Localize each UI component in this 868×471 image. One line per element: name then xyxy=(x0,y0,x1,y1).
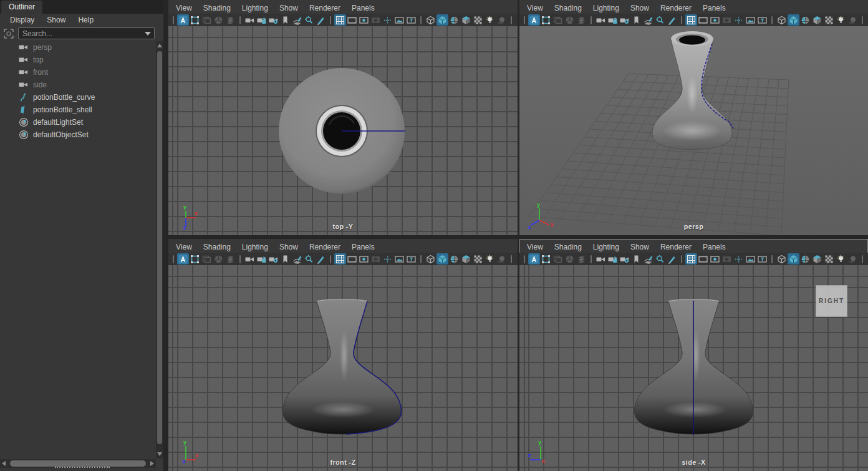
camera-gear-icon[interactable] xyxy=(619,253,630,265)
wireframe-on-shaded-icon[interactable] xyxy=(799,253,811,265)
viewport-menu-view[interactable]: View xyxy=(522,243,548,251)
camera-gear-icon[interactable] xyxy=(268,14,279,26)
search-input[interactable] xyxy=(19,29,145,38)
grid-icon[interactable] xyxy=(334,253,346,265)
camera-gear-icon[interactable] xyxy=(619,14,630,26)
wireframe-cube-icon[interactable] xyxy=(776,253,788,265)
pan-zoom-icon[interactable] xyxy=(303,253,315,265)
selection-filter-icon[interactable] xyxy=(3,28,14,39)
film-frames-icon[interactable] xyxy=(552,253,564,265)
horizontal-scroll-thumb[interactable] xyxy=(10,460,146,467)
field-chart-icon[interactable] xyxy=(382,14,393,26)
outliner-item-defaultobjectset[interactable]: defaultObjectSet xyxy=(0,129,156,141)
wireframe-cube-icon[interactable] xyxy=(425,253,436,265)
textured-cube-icon[interactable] xyxy=(460,14,472,26)
outliner-item-potionbottle-curve[interactable]: potionBottle_curve xyxy=(0,91,156,104)
resolution-gate-icon[interactable] xyxy=(709,253,721,265)
isolate-select-icon[interactable] xyxy=(515,14,518,26)
film-frames-icon[interactable] xyxy=(552,14,564,26)
gate-mask-icon[interactable] xyxy=(721,14,733,26)
viewport-menu-show[interactable]: Show xyxy=(625,243,654,251)
shaded-cube-icon[interactable] xyxy=(788,253,799,265)
grid-icon[interactable] xyxy=(334,14,346,26)
viewport-menu-renderer[interactable]: Renderer xyxy=(304,243,345,251)
image-stack-icon[interactable] xyxy=(576,253,587,265)
viewport-menu-view[interactable]: View xyxy=(171,4,197,12)
wireframe-cube-icon[interactable] xyxy=(425,14,436,26)
outliner-vertical-scrollbar[interactable] xyxy=(156,41,163,459)
outliner-item-defaultlightset[interactable]: defaultLightSet xyxy=(0,116,156,129)
grid-icon[interactable] xyxy=(685,14,697,26)
viewport-canvas-front[interactable]: y x z front -Z xyxy=(168,265,518,471)
search-dropdown-icon[interactable] xyxy=(145,32,151,36)
grid-icon[interactable] xyxy=(685,253,697,265)
viewport-canvas-top[interactable]: y x z top -Y xyxy=(168,26,518,235)
film-frames-icon[interactable] xyxy=(201,253,213,265)
shadows-icon[interactable] xyxy=(847,14,859,26)
film-gate-icon[interactable] xyxy=(346,253,358,265)
safe-action-icon[interactable] xyxy=(745,14,756,26)
image-plane-icon[interactable] xyxy=(291,14,303,26)
image-plane-icon[interactable] xyxy=(291,253,303,265)
wireframe-on-shaded-icon[interactable] xyxy=(799,14,811,26)
textured-cube-icon[interactable] xyxy=(811,14,823,26)
scroll-right-icon[interactable] xyxy=(150,461,154,466)
shadows-icon[interactable] xyxy=(496,253,508,265)
viewport-menu-shading[interactable]: Shading xyxy=(549,4,587,12)
viewport-menu-shading[interactable]: Shading xyxy=(198,4,236,12)
viewport-menu-show[interactable]: Show xyxy=(625,4,654,12)
use-default-material-icon[interactable] xyxy=(823,253,835,265)
safe-title-icon[interactable] xyxy=(405,14,417,26)
camera-icon[interactable] xyxy=(244,14,256,26)
camera-lock-icon[interactable] xyxy=(607,14,619,26)
viewport-menu-panels[interactable]: Panels xyxy=(347,4,380,12)
shaded-cube-icon[interactable] xyxy=(436,253,448,265)
bookmark-icon[interactable] xyxy=(630,253,642,265)
outliner-item-persp[interactable]: persp xyxy=(0,41,156,54)
lights-icon[interactable] xyxy=(484,14,496,26)
resolution-gate-icon[interactable] xyxy=(358,253,370,265)
viewport-menu-shading[interactable]: Shading xyxy=(198,243,236,251)
letter-a-icon[interactable] xyxy=(177,14,189,26)
camera-gear-icon[interactable] xyxy=(268,253,279,265)
bookmark-icon[interactable] xyxy=(279,14,291,26)
camera-icon[interactable] xyxy=(595,14,607,26)
lights-icon[interactable] xyxy=(835,253,847,265)
pan-zoom-icon[interactable] xyxy=(303,14,315,26)
outliner-item-potionbottle-shell[interactable]: potionBottle_shell xyxy=(0,104,156,116)
viewport-canvas-persp[interactable]: y x z persp xyxy=(519,26,868,235)
viewport-canvas-side[interactable]: RIGHT y z x side -X xyxy=(519,265,868,471)
camera-lock-icon[interactable] xyxy=(256,253,268,265)
outliner-menu-help[interactable]: Help xyxy=(72,16,100,24)
vertical-scroll-thumb[interactable] xyxy=(157,51,162,444)
frame-corners-icon[interactable] xyxy=(540,253,552,265)
shaded-cube-icon[interactable] xyxy=(436,14,448,26)
shadows-icon[interactable] xyxy=(496,14,508,26)
lights-icon[interactable] xyxy=(835,14,847,26)
safe-title-icon[interactable] xyxy=(405,253,417,265)
grease-pencil-icon[interactable] xyxy=(666,253,678,265)
bookmark-icon[interactable] xyxy=(630,14,642,26)
gate-mask-icon[interactable] xyxy=(721,253,733,265)
gate-mask-icon[interactable] xyxy=(370,14,382,26)
frame-corners-icon[interactable] xyxy=(540,14,552,26)
grease-pencil-icon[interactable] xyxy=(315,14,327,26)
film-frames-icon[interactable] xyxy=(201,14,213,26)
viewport-menu-show[interactable]: Show xyxy=(274,4,303,12)
camera-icon[interactable] xyxy=(595,253,607,265)
color-wheel-icon[interactable] xyxy=(213,253,224,265)
image-stack-icon[interactable] xyxy=(224,14,236,26)
outliner-tab[interactable]: Outliner xyxy=(1,1,42,14)
viewport-menu-panels[interactable]: Panels xyxy=(698,243,731,251)
panel-divider[interactable] xyxy=(163,0,168,471)
outliner-item-side[interactable]: side xyxy=(0,79,156,91)
viewport-menu-renderer[interactable]: Renderer xyxy=(304,4,345,12)
lights-icon[interactable] xyxy=(484,253,496,265)
viewport-menu-panels[interactable]: Panels xyxy=(347,243,380,251)
viewport-menu-panels[interactable]: Panels xyxy=(698,4,731,12)
potion-bottle-top-view[interactable] xyxy=(168,26,518,235)
safe-action-icon[interactable] xyxy=(393,14,405,26)
safe-action-icon[interactable] xyxy=(393,253,405,265)
viewport-menu-renderer[interactable]: Renderer xyxy=(655,243,697,251)
field-chart-icon[interactable] xyxy=(733,14,745,26)
